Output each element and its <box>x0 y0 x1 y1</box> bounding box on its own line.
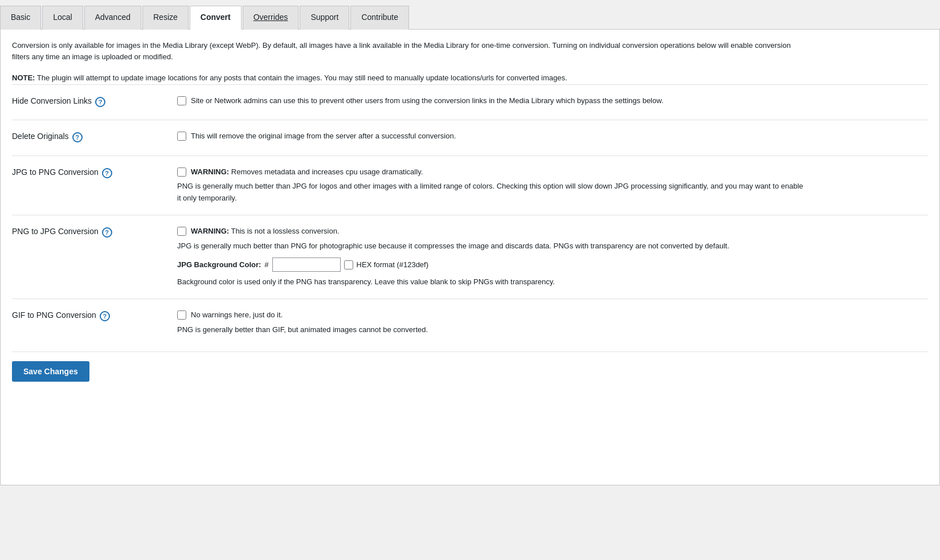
save-button[interactable]: Save Changes <box>12 361 89 382</box>
checkbox-label-hide-conversion-links: Site or Network admins can use this to p… <box>191 95 664 107</box>
setting-label-gif-to-png: GIF to PNG Conversion <box>12 310 96 320</box>
tab-overrides[interactable]: Overrides <box>243 6 299 30</box>
description-jpg-to-png: PNG is generally much better than JPG fo… <box>177 181 804 205</box>
tab-resize[interactable]: Resize <box>142 6 189 30</box>
settings-row-jpg-to-png: JPG to PNG Conversion?WARNING: Removes m… <box>12 156 928 215</box>
label-cell-gif-to-png: GIF to PNG Conversion? <box>12 309 171 321</box>
tab-basic[interactable]: Basic <box>0 6 41 30</box>
checkbox-png-to-jpg[interactable] <box>177 227 186 236</box>
help-icon-hide-conversion-links[interactable]: ? <box>95 97 105 107</box>
control-cell-gif-to-png: No warnings here, just do it.PNG is gene… <box>171 309 928 336</box>
description-gif-to-png: PNG is generally better than GIF, but an… <box>177 324 804 336</box>
intro-line1: Conversion is only available for images … <box>12 40 798 64</box>
checkbox-gif-to-png[interactable] <box>177 310 186 320</box>
bg-color-hash: # <box>264 260 268 269</box>
description-png-to-jpg: JPG is generally much better than PNG fo… <box>177 240 804 252</box>
setting-label-hide-conversion-links: Hide Conversion Links <box>12 96 92 105</box>
settings-row-gif-to-png: GIF to PNG Conversion?No warnings here, … <box>12 299 928 346</box>
bg-color-input[interactable] <box>272 257 341 272</box>
label-cell-hide-conversion-links: Hide Conversion Links? <box>12 95 171 107</box>
settings-row-delete-originals: Delete Originals?This will remove the or… <box>12 120 928 156</box>
checkbox-label-gif-to-png: No warnings here, just do it. <box>191 309 283 321</box>
help-icon-gif-to-png[interactable]: ? <box>100 311 110 321</box>
tab-support[interactable]: Support <box>300 6 349 30</box>
help-icon-jpg-to-png[interactable]: ? <box>102 168 112 178</box>
bg-description: Background color is used only if the PNG… <box>177 276 804 288</box>
checkbox-row-hide-conversion-links: Site or Network admins can use this to p… <box>177 95 928 107</box>
settings-row-hide-conversion-links: Hide Conversion Links?Site or Network ad… <box>12 84 928 120</box>
checkbox-row-gif-to-png: No warnings here, just do it. <box>177 309 928 321</box>
control-cell-delete-originals: This will remove the original image from… <box>171 130 928 145</box>
hex-format-label: HEX format (#123def) <box>357 260 428 269</box>
setting-label-delete-originals: Delete Originals <box>12 132 69 141</box>
label-cell-delete-originals: Delete Originals? <box>12 130 171 142</box>
checkbox-label-delete-originals: This will remove the original image from… <box>191 130 456 142</box>
settings-row-png-to-jpg: PNG to JPG Conversion?WARNING: This is n… <box>12 215 928 299</box>
label-cell-png-to-jpg: PNG to JPG Conversion? <box>12 226 171 238</box>
checkbox-label-jpg-to-png: WARNING: Removes metadata and increases … <box>191 166 423 178</box>
tab-advanced[interactable]: Advanced <box>84 6 141 30</box>
help-icon-png-to-jpg[interactable]: ? <box>102 227 112 238</box>
bg-color-label: JPG Background Color: <box>177 260 261 269</box>
checkbox-delete-originals[interactable] <box>177 132 186 141</box>
setting-label-jpg-to-png: JPG to PNG Conversion <box>12 167 99 177</box>
control-cell-jpg-to-png: WARNING: Removes metadata and increases … <box>171 166 928 205</box>
tab-local[interactable]: Local <box>42 6 83 30</box>
intro-note: NOTE: The plugin will attempt to update … <box>12 72 928 84</box>
tabs-container: BasicLocalAdvancedResizeConvertOverrides… <box>0 6 940 30</box>
save-button-wrap: Save Changes <box>12 351 928 387</box>
content-area: Conversion is only available for images … <box>0 30 940 485</box>
checkbox-row-delete-originals: This will remove the original image from… <box>177 130 928 142</box>
setting-label-png-to-jpg: PNG to JPG Conversion <box>12 227 99 236</box>
checkbox-row-jpg-to-png: WARNING: Removes metadata and increases … <box>177 166 928 178</box>
checkbox-hide-conversion-links[interactable] <box>177 96 186 105</box>
label-cell-jpg-to-png: JPG to PNG Conversion? <box>12 166 171 178</box>
page-wrapper: BasicLocalAdvancedResizeConvertOverrides… <box>0 0 940 560</box>
hex-format-checkbox[interactable] <box>344 260 353 269</box>
control-cell-hide-conversion-links: Site or Network admins can use this to p… <box>171 95 928 110</box>
help-icon-delete-originals[interactable]: ? <box>72 132 83 142</box>
bg-color-row: JPG Background Color:#HEX format (#123de… <box>177 257 928 272</box>
checkbox-row-png-to-jpg: WARNING: This is not a lossless conversi… <box>177 226 928 237</box>
checkbox-label-png-to-jpg: WARNING: This is not a lossless conversi… <box>191 226 340 237</box>
tab-convert[interactable]: Convert <box>190 6 242 30</box>
tab-contribute[interactable]: Contribute <box>350 6 409 30</box>
checkbox-jpg-to-png[interactable] <box>177 167 186 177</box>
settings-rows: Hide Conversion Links?Site or Network ad… <box>12 84 928 346</box>
control-cell-png-to-jpg: WARNING: This is not a lossless conversi… <box>171 226 928 288</box>
